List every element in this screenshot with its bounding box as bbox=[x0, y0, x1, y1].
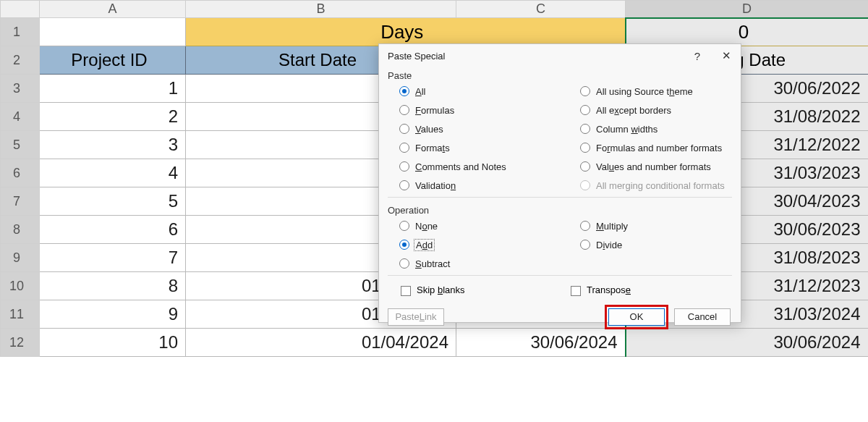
radio-label: Comments and Notes bbox=[415, 161, 506, 172]
paste-option[interactable]: Validation bbox=[399, 178, 580, 193]
radio-icon bbox=[399, 161, 409, 172]
dialog-titlebar: Paste Special ? ✕ bbox=[379, 44, 741, 67]
radio-icon bbox=[580, 161, 590, 172]
cell-id[interactable]: 8 bbox=[40, 272, 186, 300]
radio-icon bbox=[399, 221, 409, 231]
cell-id[interactable]: 1 bbox=[40, 75, 186, 103]
paste-option[interactable]: Formulas and number formats bbox=[580, 140, 725, 155]
radio-icon bbox=[580, 86, 590, 96]
row-header[interactable]: 6 bbox=[1, 159, 40, 187]
radio-label: Values bbox=[415, 124, 443, 135]
col-header-a[interactable]: A bbox=[40, 1, 186, 18]
paste-option[interactable]: All bbox=[399, 84, 580, 98]
cell-id[interactable]: 6 bbox=[40, 216, 186, 244]
row-header[interactable]: 7 bbox=[1, 187, 40, 216]
radio-icon bbox=[580, 124, 590, 134]
radio-icon bbox=[399, 105, 409, 115]
help-button[interactable]: ? bbox=[683, 46, 712, 66]
column-header-row: A B C D bbox=[1, 1, 869, 18]
divider bbox=[388, 197, 732, 198]
radio-icon bbox=[399, 143, 409, 153]
radio-icon bbox=[399, 258, 409, 269]
radio-icon bbox=[580, 221, 590, 231]
paste-special-dialog: Paste Special ? ✕ Paste AllFormulasValue… bbox=[378, 43, 741, 323]
transpose-label: Transpose bbox=[587, 284, 631, 295]
ok-button[interactable]: OK bbox=[608, 308, 665, 326]
cell-id[interactable]: 4 bbox=[40, 159, 186, 187]
col-header-c[interactable]: C bbox=[456, 1, 626, 18]
row-header[interactable]: 8 bbox=[1, 216, 40, 244]
operation-option[interactable]: None bbox=[399, 219, 580, 233]
radio-icon bbox=[580, 105, 590, 115]
operation-option[interactable]: Divide bbox=[580, 237, 628, 252]
paste-option[interactable]: All using Source theme bbox=[580, 84, 725, 98]
operation-option[interactable]: Subtract bbox=[399, 256, 580, 271]
cell-id[interactable]: 10 bbox=[40, 329, 186, 357]
title-row: 1 Days 0 bbox=[1, 18, 869, 46]
paste-option[interactable]: Column widths bbox=[580, 122, 725, 136]
cell-d1[interactable]: 0 bbox=[626, 18, 869, 46]
paste-option[interactable]: Values and number formats bbox=[580, 159, 725, 174]
row-header[interactable]: 4 bbox=[1, 103, 40, 131]
col-header-b[interactable]: B bbox=[186, 1, 456, 18]
paste-group-label: Paste bbox=[379, 67, 741, 84]
row-header[interactable]: 2 bbox=[1, 46, 40, 75]
cell-id[interactable]: 7 bbox=[40, 244, 186, 272]
cell-a1[interactable] bbox=[40, 18, 186, 46]
divider bbox=[388, 275, 732, 276]
radio-icon bbox=[580, 143, 590, 153]
radio-icon bbox=[399, 124, 409, 134]
cell-id[interactable]: 3 bbox=[40, 131, 186, 159]
title-text: Days bbox=[380, 21, 423, 43]
radio-label: Formulas and number formats bbox=[596, 143, 722, 153]
radio-icon bbox=[399, 86, 409, 96]
operation-radios: NoneAddSubtract MultiplyDivide bbox=[379, 219, 741, 271]
paste-option[interactable]: Comments and Notes bbox=[399, 159, 580, 174]
checkboxes: Skip blanks Transpose bbox=[379, 280, 741, 305]
operation-option[interactable]: Add bbox=[399, 237, 580, 252]
transpose-check[interactable]: Transpose bbox=[571, 284, 631, 295]
radio-label: Add bbox=[416, 240, 433, 250]
radio-icon bbox=[580, 180, 590, 190]
row-header[interactable]: 3 bbox=[1, 75, 40, 103]
row-header[interactable]: 9 bbox=[1, 244, 40, 272]
paste-option[interactable]: Values bbox=[399, 122, 580, 136]
row-header[interactable]: 12 bbox=[1, 329, 40, 357]
radio-label: All bbox=[415, 86, 425, 97]
radio-label: Values and number formats bbox=[596, 161, 711, 172]
row-header[interactable]: 1 bbox=[1, 18, 40, 46]
row-header[interactable]: 11 bbox=[1, 300, 40, 329]
cancel-button[interactable]: Cancel bbox=[674, 308, 731, 326]
radio-icon bbox=[399, 240, 409, 250]
paste-option[interactable]: Formats bbox=[399, 140, 580, 155]
radio-label: All merging conditional formats bbox=[596, 180, 725, 191]
cell-id[interactable]: 9 bbox=[40, 300, 186, 329]
checkbox-icon bbox=[401, 286, 411, 296]
radio-icon bbox=[399, 180, 409, 190]
select-all-corner[interactable] bbox=[1, 1, 40, 18]
paste-link-button[interactable]: Paste Link bbox=[388, 308, 444, 326]
skip-blanks-label: Skip blanks bbox=[417, 284, 465, 295]
skip-blanks-check[interactable]: Skip blanks bbox=[401, 284, 465, 295]
radio-label: None bbox=[415, 221, 438, 232]
checkbox-icon bbox=[571, 286, 581, 296]
paste-radios: AllFormulasValuesFormatsComments and Not… bbox=[379, 84, 741, 193]
paste-option[interactable]: All except borders bbox=[580, 103, 725, 117]
dialog-title: Paste Special bbox=[388, 51, 683, 62]
radio-label: Divide bbox=[596, 240, 622, 250]
radio-label: All except borders bbox=[596, 105, 671, 116]
header-a[interactable]: Project ID bbox=[40, 46, 186, 75]
cell-id[interactable]: 2 bbox=[40, 103, 186, 131]
title-merged[interactable]: Days bbox=[186, 18, 626, 46]
radio-label: Formats bbox=[415, 143, 450, 153]
radio-label: All using Source theme bbox=[596, 86, 693, 97]
operation-option[interactable]: Multiply bbox=[580, 219, 628, 233]
row-header[interactable]: 10 bbox=[1, 272, 40, 300]
cell-id[interactable]: 5 bbox=[40, 187, 186, 216]
col-header-d[interactable]: D bbox=[626, 1, 869, 18]
row-header[interactable]: 5 bbox=[1, 131, 40, 159]
radio-label: Column widths bbox=[596, 124, 658, 135]
radio-label: Subtract bbox=[415, 258, 450, 269]
paste-option[interactable]: Formulas bbox=[399, 103, 580, 117]
close-button[interactable]: ✕ bbox=[712, 46, 741, 66]
